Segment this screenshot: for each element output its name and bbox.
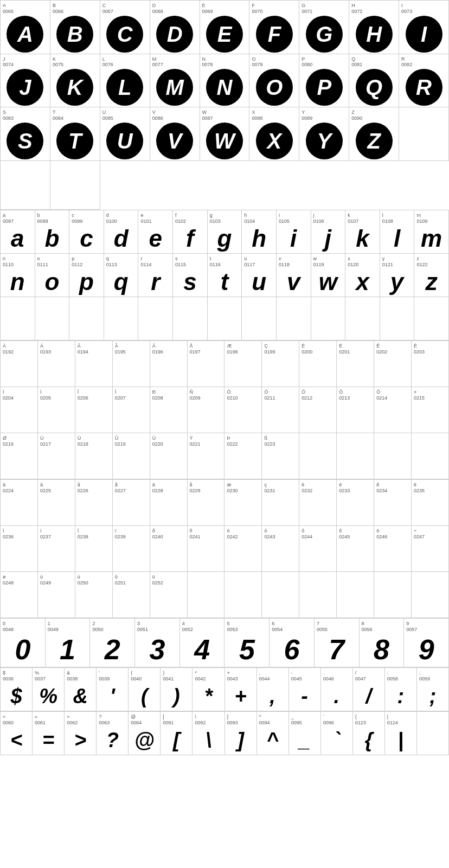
cell-label: ü 0252	[152, 574, 185, 586]
cell-label: ó 0243	[264, 528, 297, 540]
cell-label: ; 0059	[419, 670, 446, 682]
cell-label: Æ 0198	[227, 343, 259, 355]
cell-glyph	[3, 299, 33, 339]
glyph-cell: ã 0227	[113, 480, 150, 526]
glyph-cell	[412, 572, 449, 618]
cell-label: o 0111	[37, 256, 67, 268]
cell-glyph	[106, 299, 136, 339]
circle-glyph: V	[156, 123, 193, 159]
glyph-cell: Î 0206	[75, 387, 113, 433]
cell-label: 2 0050	[92, 621, 132, 633]
cell-glyph	[339, 435, 371, 478]
glyph-cell	[224, 572, 262, 618]
glyph-cell: c 0099c	[69, 210, 104, 254]
glyph-cell: ' 0039'	[97, 668, 129, 711]
cell-glyph: 6	[272, 633, 312, 665]
glyph-cell: + 0043+	[225, 668, 257, 711]
cell-glyph: .	[323, 683, 350, 709]
circle-glyph: S	[7, 123, 43, 159]
cell-glyph	[382, 299, 412, 339]
glyph-cell: P 0080P	[299, 54, 349, 108]
uppercase-grid: A 0065AB 0066BC 0067CD 0068DE 0069EF 007…	[0, 0, 449, 210]
cell-label: ñ 0241	[190, 528, 222, 540]
glyph-cell: G 0071G	[299, 1, 349, 54]
cell-glyph: Q	[351, 69, 396, 106]
glyph-cell: Ù 0217	[38, 433, 75, 479]
cell-glyph: r	[140, 268, 170, 295]
glyph-cell	[1, 161, 50, 210]
cell-label: ] 0093	[227, 714, 254, 726]
cell-label: à 0224	[3, 482, 35, 494]
cell-label: î 0238	[78, 528, 110, 540]
cell-label: p 0112	[72, 256, 101, 268]
circle-glyph: P	[306, 69, 343, 106]
circle-glyph: W	[206, 123, 243, 159]
glyph-cell	[138, 297, 173, 340]
cell-label: / 0047	[355, 670, 382, 682]
cell-label: A 0065	[3, 3, 48, 15]
glyph-cell: , 0044,	[257, 668, 289, 711]
cell-label: ) 0041	[163, 670, 190, 682]
cell-glyph	[414, 574, 446, 616]
cell-glyph: _	[291, 726, 318, 753]
cell-glyph	[3, 402, 35, 431]
cell-glyph	[115, 448, 147, 477]
glyph-cell: k 0107k	[345, 210, 380, 254]
cell-glyph: k	[348, 225, 377, 252]
cell-glyph: W	[202, 123, 247, 159]
glyph-cell: ) 0041)	[161, 668, 193, 711]
cell-glyph	[302, 356, 334, 385]
lowercase-section: a 0097ab 0098bc 0099cd 0100de 0101ef 010…	[0, 210, 449, 340]
cell-label: ß 0223	[264, 435, 297, 447]
cell-label: Ê 0202	[376, 343, 409, 355]
cell-glyph: s	[175, 268, 205, 295]
cell-label: Z 0090	[351, 110, 396, 121]
cell-label: 4 0052	[182, 621, 222, 633]
cell-glyph: L	[102, 69, 147, 106]
cell-glyph: D	[152, 16, 197, 53]
cell-label: × 0215	[414, 389, 446, 401]
circle-glyph: U	[106, 123, 143, 159]
cell-glyph: V	[152, 123, 197, 159]
cell-label: M 0077	[152, 56, 197, 68]
cell-glyph: &	[67, 683, 94, 709]
cell-label: t 0116	[210, 256, 240, 268]
cell-label: I 0073	[401, 3, 446, 15]
cell-glyph: )	[163, 683, 190, 709]
cell-label: Ô 0212	[302, 389, 334, 401]
glyph-cell: Ë 0203	[412, 341, 449, 387]
glyph-cell: 3 00513	[135, 619, 180, 667]
cell-glyph	[3, 541, 35, 570]
glyph-cell: ô 0244	[299, 526, 337, 572]
cell-label: P 0080	[302, 56, 347, 68]
cell-glyph	[339, 494, 371, 524]
cell-glyph	[264, 541, 297, 570]
glyph-cell: ü 0252	[150, 572, 188, 618]
circle-glyph: L	[106, 69, 143, 106]
cell-label: Ù 0217	[40, 435, 73, 447]
cell-glyph: |	[387, 726, 414, 753]
cell-glyph: d	[106, 225, 136, 252]
glyph-cell: 6 00546	[270, 619, 315, 667]
cell-label: Ã 0195	[115, 343, 147, 355]
glyph-cell	[417, 712, 449, 755]
cell-label: C 0067	[102, 3, 147, 15]
cell-label: í 0237	[40, 528, 73, 540]
glyph-cell: p 0112p	[69, 254, 104, 297]
glyph-cell: á 0225	[38, 480, 75, 526]
glyph-cell: À 0192	[1, 341, 38, 387]
glyph-cell: × 0215	[412, 387, 449, 433]
glyph-cell: ò 0242	[224, 526, 262, 572]
cell-label: Â 0194	[78, 343, 110, 355]
glyph-cell	[337, 572, 374, 618]
glyph-cell: n 0110n	[1, 254, 35, 297]
cell-glyph	[190, 402, 222, 431]
cell-glyph	[3, 587, 35, 616]
glyph-cell	[399, 107, 449, 161]
glyph-cell: å 0229	[188, 480, 225, 526]
cell-label: D 0068	[152, 3, 197, 15]
cell-glyph	[376, 356, 409, 385]
glyph-cell: A 0065A	[1, 1, 50, 54]
cell-glyph	[40, 448, 73, 477]
glyph-cell: ë 0235	[412, 480, 449, 526]
